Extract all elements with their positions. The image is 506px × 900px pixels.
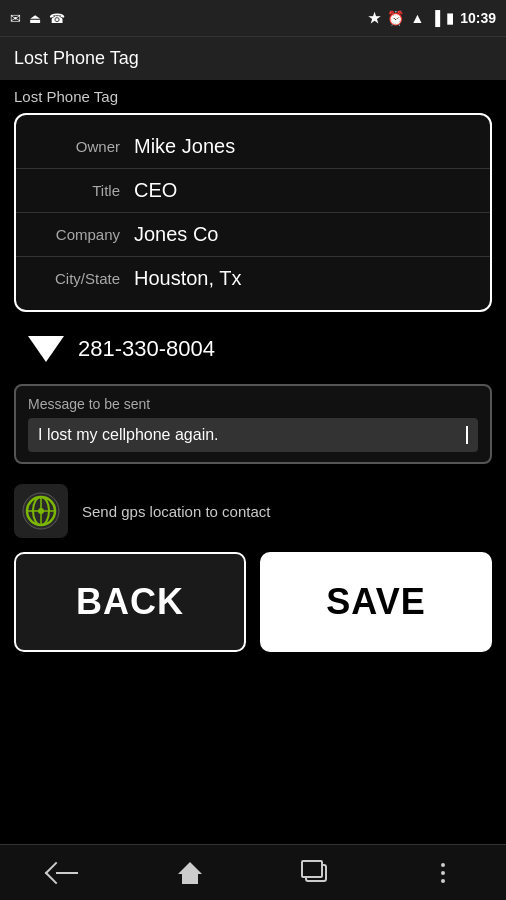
contact-card: Owner Mike Jones Title CEO Company Jones…	[14, 113, 492, 312]
gps-label: Send gps location to contact	[82, 503, 270, 520]
dot-2	[441, 871, 445, 875]
citystate-value: Houston, Tx	[134, 267, 241, 290]
signal-icon: ▐	[430, 10, 440, 26]
status-bar-right: ★ ⏰ ▲ ▐ ▮ 10:39	[368, 10, 496, 26]
title-label: Title	[30, 182, 120, 199]
phone-icon: ☎	[49, 11, 65, 26]
back-nav-button[interactable]	[33, 853, 93, 893]
alarm-icon: ⏰	[387, 10, 404, 26]
voicemail-icon: ⏏	[29, 11, 41, 26]
dot-3	[441, 879, 445, 883]
page-title: Lost Phone Tag	[14, 88, 492, 105]
status-bar: ✉ ⏏ ☎ ★ ⏰ ▲ ▐ ▮ 10:39	[0, 0, 506, 36]
status-bar-left: ✉ ⏏ ☎	[10, 11, 65, 26]
dots-menu-icon	[441, 863, 445, 883]
company-label: Company	[30, 226, 120, 243]
back-button[interactable]: BACK	[14, 552, 246, 652]
message-input-row[interactable]: I lost my cellphone again.	[28, 418, 478, 452]
menu-nav-button[interactable]	[413, 853, 473, 893]
phone-number: 281-330-8004	[78, 336, 215, 362]
message-label: Message to be sent	[28, 396, 478, 412]
gps-icon-container[interactable]	[14, 484, 68, 538]
title-row: Title CEO	[16, 169, 490, 213]
title-value: CEO	[134, 179, 177, 202]
dropdown-icon[interactable]	[28, 336, 64, 362]
owner-label: Owner	[30, 138, 120, 155]
envelope-icon: ✉	[10, 11, 21, 26]
text-cursor	[466, 426, 468, 444]
svg-point-5	[38, 508, 44, 514]
home-nav-button[interactable]	[160, 853, 220, 893]
title-bar: Lost Phone Tag	[0, 36, 506, 80]
recent-nav-button[interactable]	[286, 853, 346, 893]
message-input[interactable]: I lost my cellphone again.	[38, 426, 464, 444]
save-button[interactable]: SAVE	[260, 552, 492, 652]
nav-bar	[0, 844, 506, 900]
gps-sphere-icon	[21, 491, 61, 531]
dot-1	[441, 863, 445, 867]
owner-value: Mike Jones	[134, 135, 235, 158]
company-value: Jones Co	[134, 223, 219, 246]
recent-nav-icon	[305, 864, 327, 882]
owner-row: Owner Mike Jones	[16, 125, 490, 169]
bluetooth-icon: ★	[368, 10, 381, 26]
phone-row: 281-330-8004	[14, 326, 492, 372]
home-nav-icon	[178, 862, 202, 884]
buttons-row: BACK SAVE	[14, 552, 492, 662]
citystate-label: City/State	[30, 270, 120, 287]
message-container: Message to be sent I lost my cellphone a…	[14, 384, 492, 464]
app-title: Lost Phone Tag	[14, 48, 139, 69]
gps-row: Send gps location to contact	[14, 478, 492, 552]
company-row: Company Jones Co	[16, 213, 490, 257]
battery-icon: ▮	[446, 10, 454, 26]
back-nav-icon	[48, 864, 78, 882]
main-content: Lost Phone Tag Owner Mike Jones Title CE…	[0, 80, 506, 662]
citystate-row: City/State Houston, Tx	[16, 257, 490, 300]
wifi-icon: ▲	[410, 10, 424, 26]
time-display: 10:39	[460, 10, 496, 26]
